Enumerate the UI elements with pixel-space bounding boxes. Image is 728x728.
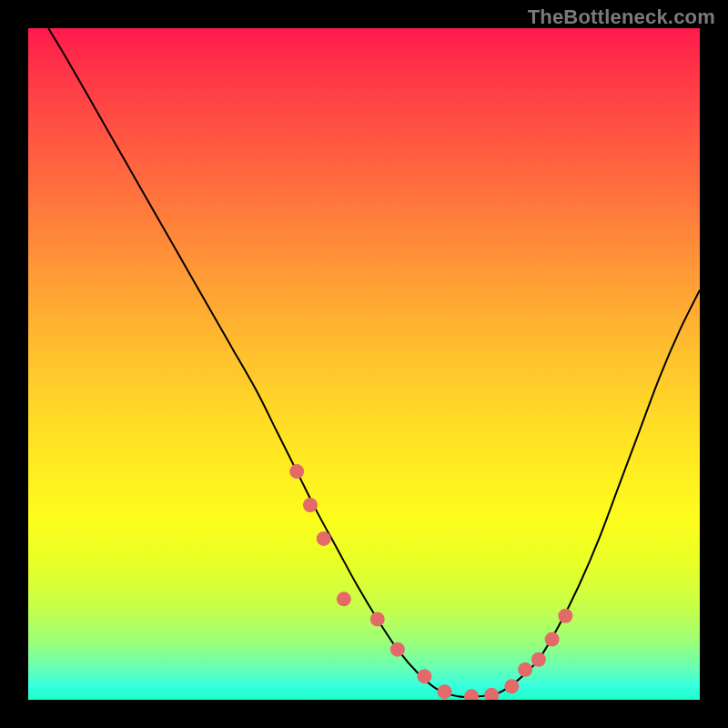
attribution-text: TheBottleneck.com	[528, 5, 715, 29]
marker-point	[518, 662, 532, 677]
marker-point	[545, 632, 560, 647]
plot-area	[28, 28, 700, 700]
marker-point	[464, 689, 479, 700]
marker-point	[303, 498, 318, 512]
marker-point	[438, 684, 452, 699]
marker-point	[417, 669, 431, 683]
marker-point	[531, 652, 546, 667]
marker-point	[484, 688, 499, 700]
marker-point	[504, 679, 519, 693]
chart-frame: TheBottleneck.com	[0, 0, 728, 728]
marker-point	[317, 531, 331, 546]
marker-point	[337, 592, 351, 606]
marker-point	[289, 464, 304, 479]
bottleneck-curve	[48, 28, 700, 697]
marker-point	[558, 609, 572, 623]
marker-point	[390, 642, 405, 657]
marker-point	[370, 612, 385, 626]
chart-svg	[28, 28, 700, 700]
marker-group	[289, 464, 572, 700]
